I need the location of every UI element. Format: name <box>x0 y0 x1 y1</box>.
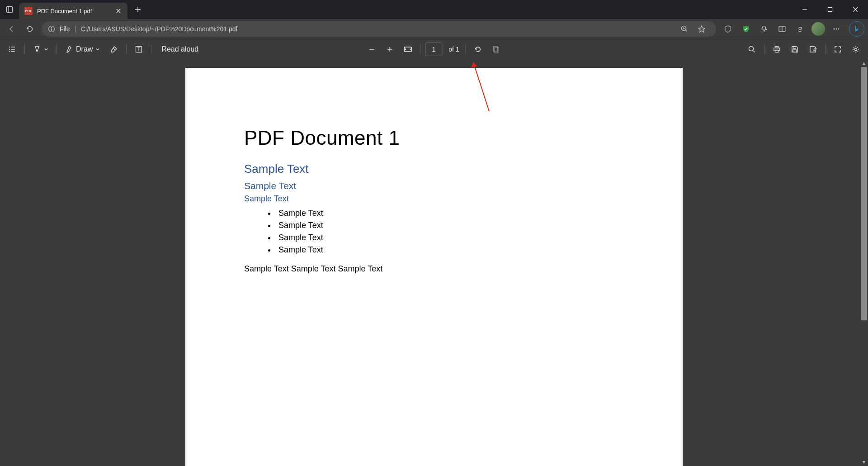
add-text-button[interactable]: T <box>131 42 146 57</box>
rotate-button[interactable] <box>471 42 486 57</box>
favorite-button[interactable] <box>693 21 710 37</box>
svg-rect-30 <box>494 46 498 52</box>
zoom-indicator-button[interactable] <box>676 21 693 37</box>
svg-point-14 <box>836 29 837 30</box>
toolbar-right <box>744 42 863 57</box>
pdf-favicon: PDF <box>24 7 33 15</box>
scroll-up-button[interactable]: ▲ <box>860 59 868 67</box>
svg-rect-3 <box>828 8 832 12</box>
svg-rect-31 <box>495 48 499 53</box>
read-aloud-label: Read aloud <box>161 45 198 53</box>
pdf-viewer[interactable]: PDF Document 1 Sample Text Sample Text S… <box>0 59 868 466</box>
heading-2: Sample Text <box>244 162 624 176</box>
toolbar-divider <box>466 44 466 54</box>
svg-point-5 <box>51 27 52 28</box>
save-icon <box>791 45 799 53</box>
erase-button[interactable] <box>106 42 122 57</box>
save-button[interactable] <box>787 42 802 57</box>
text-box-icon: T <box>135 45 143 53</box>
toolbar-divider <box>57 44 57 54</box>
plus-icon <box>135 6 141 13</box>
svg-text:T: T <box>137 47 140 52</box>
page-view-icon <box>492 45 500 53</box>
collections-button[interactable] <box>792 21 808 37</box>
find-button[interactable] <box>744 42 760 57</box>
plus-icon <box>386 46 393 53</box>
close-window-button[interactable] <box>843 0 868 19</box>
svg-rect-0 <box>7 7 13 13</box>
profile-button[interactable] <box>810 21 826 37</box>
settings-button[interactable] <box>848 42 863 57</box>
toolbar-center: of 1 <box>364 42 504 57</box>
refresh-button[interactable] <box>22 21 38 37</box>
page-view-button[interactable] <box>489 42 504 57</box>
svg-rect-38 <box>793 50 797 52</box>
minimize-button[interactable] <box>792 0 817 19</box>
back-button[interactable] <box>4 21 20 37</box>
chevron-down-icon <box>44 47 48 52</box>
titlebar: PDF PDF Document 1.pdf <box>0 0 868 19</box>
bing-chat-button[interactable] <box>849 21 864 37</box>
svg-point-18 <box>9 49 10 50</box>
shield-outline-icon <box>724 25 732 33</box>
tab-actions-button[interactable] <box>0 0 19 19</box>
toolbar-divider <box>764 44 764 54</box>
eraser-icon <box>110 45 118 53</box>
back-arrow-icon <box>8 25 16 33</box>
fit-width-button[interactable] <box>400 42 415 57</box>
list-item: Sample Text <box>276 232 624 244</box>
avatar-icon <box>811 22 825 36</box>
address-row: File | C:/Users/ASUS/Desktop/~/PDF%20Doc… <box>0 19 868 39</box>
zoom-in-button[interactable] <box>382 42 397 57</box>
close-icon <box>853 7 858 12</box>
tab-actions-icon <box>6 6 13 13</box>
site-info-icon[interactable] <box>48 25 55 33</box>
print-button[interactable] <box>769 42 784 57</box>
highlighter-icon <box>33 45 41 53</box>
scroll-down-button[interactable]: ▼ <box>860 458 868 466</box>
security-button[interactable] <box>738 21 754 37</box>
split-screen-button[interactable] <box>774 21 790 37</box>
fullscreen-icon <box>834 45 842 53</box>
page-number-input[interactable] <box>425 43 442 56</box>
save-as-icon <box>809 45 817 53</box>
pdf-page: PDF Document 1 Sample Text Sample Text S… <box>185 68 683 466</box>
svg-point-32 <box>749 46 754 51</box>
zoom-out-button[interactable] <box>364 42 379 57</box>
tracking-prevention-button[interactable] <box>720 21 736 37</box>
split-screen-icon <box>778 25 786 33</box>
scroll-thumb[interactable] <box>861 67 867 320</box>
list-item: Sample Text <box>276 219 624 232</box>
save-as-button[interactable] <box>805 42 821 57</box>
more-button[interactable] <box>828 21 844 37</box>
tab-close-button[interactable] <box>114 6 123 15</box>
minimize-icon <box>802 7 807 12</box>
draw-button[interactable]: Draw <box>61 42 104 57</box>
zoom-lens-plus-icon <box>680 25 689 33</box>
extensions-button[interactable] <box>756 21 772 37</box>
read-aloud-button[interactable]: Read aloud <box>156 42 204 57</box>
highlight-button[interactable] <box>29 42 52 57</box>
browser-tab[interactable]: PDF PDF Document 1.pdf <box>19 3 127 19</box>
collections-heart-icon <box>796 25 805 33</box>
contents-button[interactable] <box>5 42 20 57</box>
fit-width-icon <box>403 46 412 53</box>
new-tab-button[interactable] <box>130 2 146 17</box>
list-item: Sample Text <box>276 207 624 219</box>
maximize-icon <box>827 7 833 12</box>
toolbar-divider <box>151 44 151 54</box>
maximize-button[interactable] <box>817 0 843 19</box>
svg-point-13 <box>834 29 835 30</box>
svg-rect-36 <box>775 50 778 52</box>
fullscreen-button[interactable] <box>830 42 845 57</box>
svg-point-39 <box>855 48 857 50</box>
draw-label: Draw <box>76 45 93 53</box>
star-icon <box>698 25 706 33</box>
more-horizontal-icon <box>832 25 840 33</box>
address-bar[interactable]: File | C:/Users/ASUS/Desktop/~/PDF%20Doc… <box>42 21 716 37</box>
toolbar-divider <box>126 44 127 54</box>
scrollbar[interactable]: ▲ ▼ <box>860 59 868 466</box>
search-icon <box>748 45 756 53</box>
svg-rect-37 <box>793 47 796 48</box>
url-scheme: File <box>60 25 70 33</box>
